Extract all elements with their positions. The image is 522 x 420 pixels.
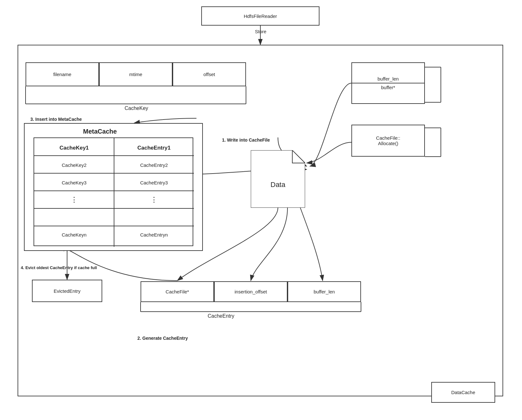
filename-label: filename	[53, 72, 72, 77]
diagram-container: HdfsFileReader filename mtime offset buf…	[0, 0, 522, 420]
write-cachefile-label: 1. Write into CacheFile	[222, 137, 270, 143]
metacache-table: CacheKey1 CacheEntry1 CacheKey2 CacheEnt…	[34, 137, 193, 246]
metacache-title: MetaCache	[83, 128, 117, 135]
ce-cachefile-label: CacheFile*	[165, 289, 189, 294]
evict-label: 4. Evict oldest CacheEntry if cache full	[21, 265, 97, 270]
svg-text:CacheEntryn: CacheEntryn	[140, 232, 168, 237]
ce-buflen-label: buffer_len	[314, 289, 335, 294]
datacache-label: DataCache	[451, 390, 475, 395]
hdfs-label: HdfsFileReader	[244, 13, 277, 19]
ce-buflen-box: buffer_len	[288, 281, 361, 302]
mtime-label: mtime	[129, 72, 142, 77]
svg-text:CacheEntry1: CacheEntry1	[137, 145, 171, 151]
buffer-box: buffer_len buffer*	[351, 62, 425, 104]
cachekey-label: CacheKey	[125, 105, 148, 111]
buffer-len-label: buffer_len	[378, 76, 399, 82]
svg-text:⋮: ⋮	[150, 196, 157, 204]
svg-text:⋮: ⋮	[71, 196, 78, 204]
data-file-container: Data	[251, 150, 305, 208]
insertion-offset-box: insertion_offset	[214, 281, 288, 302]
cachefile-alloc-label: CacheFile:: Allocate()	[376, 135, 400, 146]
svg-marker-34	[251, 150, 305, 208]
svg-text:CacheKey3: CacheKey3	[62, 180, 87, 185]
ce-insertion-label: insertion_offset	[234, 289, 267, 294]
insert-metacache-label: 3. Insert into MetaCache	[30, 117, 82, 122]
datacache-box: DataCache	[431, 382, 495, 403]
offset-label: offset	[203, 72, 215, 77]
hdfs-box: HdfsFileReader	[201, 6, 319, 26]
evicted-label: EvictedEntry	[54, 288, 81, 294]
cacheentry-label: CacheEntry	[208, 313, 234, 319]
buf-divider	[352, 83, 424, 83]
store-label: Store	[255, 29, 266, 34]
buffer-star-label: buffer*	[381, 85, 395, 90]
offset-box: offset	[173, 62, 246, 86]
mtime-box: mtime	[99, 62, 173, 86]
svg-text:CacheKey1: CacheKey1	[59, 145, 89, 151]
filename-box: filename	[26, 62, 99, 86]
data-file-svg: Data	[251, 150, 305, 208]
svg-text:CacheEntry2: CacheEntry2	[140, 162, 168, 168]
cachefile-alloc-box: CacheFile:: Allocate()	[351, 125, 425, 157]
svg-text:CacheEntry3: CacheEntry3	[140, 180, 168, 185]
cachefile-star-box: CacheFile*	[141, 281, 214, 302]
svg-text:CacheKey2: CacheKey2	[62, 162, 87, 168]
generate-cacheentry-label: 2. Generate CacheEntry	[137, 336, 188, 341]
svg-text:Data: Data	[271, 181, 286, 189]
evicted-entry-box: EvictedEntry	[32, 280, 102, 302]
metacache-table-svg: CacheKey1 CacheEntry1 CacheKey2 CacheEnt…	[34, 138, 194, 247]
svg-text:CacheKeyn: CacheKeyn	[62, 232, 87, 237]
